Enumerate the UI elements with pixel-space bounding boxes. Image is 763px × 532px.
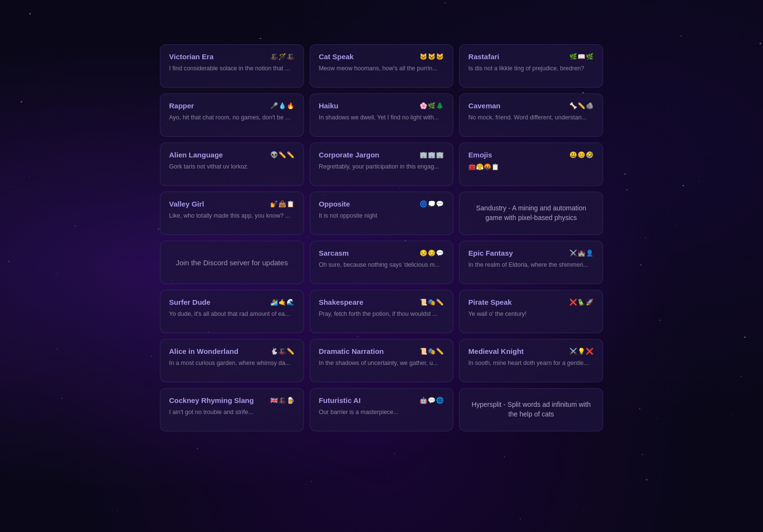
card-title: Futuristic AI <box>319 396 361 404</box>
card-desc: Yo dude, it's all about that rad amount … <box>169 310 295 319</box>
card-title: Alien Language <box>169 151 223 159</box>
card-medieval-knight[interactable]: Medieval Knight⚔️💡❌In sooth, mine heart … <box>459 339 603 382</box>
cards-grid: Victorian Era🎩🪄🎩I find considerable sola… <box>160 44 603 431</box>
card-desc: In the shadows of uncertainty, we gather… <box>319 359 445 368</box>
card-special-text: Join the Discord server for updates <box>176 259 288 267</box>
card-icons: 📜🎭✏️ <box>420 298 444 306</box>
card-discord[interactable]: Join the Discord server for updates <box>160 241 304 284</box>
card-desc: Is dis not a likkle ting of prejudice, b… <box>468 65 594 73</box>
card-dramatic-narration[interactable]: Dramatic Narration📜🎭✏️In the shadows of … <box>310 339 454 382</box>
card-title: Dramatic Narration <box>319 347 384 355</box>
card-title: Sarcasm <box>319 249 349 257</box>
card-icons: 🎩🪄🎩 <box>270 53 295 60</box>
card-title: Cockney Rhyming Slang <box>169 396 254 404</box>
card-desc: Ye wall o' the century! <box>468 310 594 319</box>
card-cockney-rhyming-slang[interactable]: Cockney Rhyming Slang🇬🇧🎩🍺I ain't got no … <box>160 388 304 431</box>
card-title: Epic Fantasy <box>468 249 513 257</box>
card-icons: 🤖💬🌐 <box>420 397 444 404</box>
card-opposite[interactable]: Opposite🌀💭💬It is not opposite night <box>310 192 454 235</box>
card-victorian-era[interactable]: Victorian Era🎩🪄🎩I find considerable sola… <box>160 44 304 88</box>
card-desc: In a most curious garden, where whimsy d… <box>169 359 295 368</box>
card-desc: Like, who totally made this app, you kno… <box>169 212 295 221</box>
card-title: Caveman <box>468 102 500 110</box>
card-emojis[interactable]: Emojis😃😊🤣🧰😤🤬📋 <box>459 143 603 186</box>
card-special-text: Sandustry - A mining and automation game… <box>468 204 594 222</box>
card-haiku[interactable]: Haiku🌸🌿🌲In shadows we dwell, Yet I find … <box>310 93 454 137</box>
card-icons: 🌸🌿🌲 <box>420 102 444 109</box>
card-desc: I ain't got no trouble and strife... <box>169 408 295 417</box>
card-sandustry-ad[interactable]: Sandustry - A mining and automation game… <box>459 192 603 235</box>
card-desc: Ayo, hit that chat room, no games, don't… <box>169 114 295 122</box>
card-icons: 🏢🏢🏢 <box>420 151 444 158</box>
card-special-text: Hypersplit - Split words ad infinitum wi… <box>468 400 594 419</box>
card-desc: Our barrier is a masterpiece... <box>319 408 445 417</box>
card-title: Opposite <box>319 200 350 208</box>
page-header <box>160 0 603 44</box>
card-sarcasm[interactable]: Sarcasm😒😏💬Oh sure, because nothing says … <box>310 241 454 284</box>
card-icons: 🌀💭💬 <box>420 200 444 208</box>
card-corporate-jargon[interactable]: Corporate Jargon🏢🏢🏢Regrettably, your par… <box>310 143 454 186</box>
card-icons: 😃😊🤣 <box>569 151 594 158</box>
card-desc: In sooth, mine heart doth yearn for a ge… <box>468 359 594 368</box>
card-alice-in-wonderland[interactable]: Alice in Wonderland🐇🎩✏️In a most curious… <box>160 339 304 382</box>
card-icons: ⚔️🏰👤 <box>569 249 594 257</box>
card-caveman[interactable]: Caveman🦴✏️🪨No mock, friend. Word differe… <box>459 93 603 137</box>
card-valley-girl[interactable]: Valley Girl💅👜📋Like, who totally made thi… <box>160 192 304 235</box>
card-title: Medieval Knight <box>468 347 524 355</box>
card-title: Haiku <box>319 102 339 110</box>
card-icons: 🐇🎩✏️ <box>270 348 295 355</box>
card-desc: In shadows we dwell, Yet I find no light… <box>319 114 445 122</box>
card-rastafari[interactable]: Rastafari🌿📖🌿Is dis not a likkle ting of … <box>459 44 603 88</box>
card-desc: I find considerable solace in the notion… <box>169 65 295 73</box>
card-rapper[interactable]: Rapper🎤💧🔥Ayo, hit that chat room, no gam… <box>160 93 304 137</box>
card-icons: ❌🦜🚀 <box>569 298 594 306</box>
card-icons: 💅👜📋 <box>270 200 295 208</box>
card-surfer-dude[interactable]: Surfer Dude🏄🤙🌊Yo dude, it's all about th… <box>160 290 304 333</box>
card-icons: ⚔️💡❌ <box>569 348 594 355</box>
card-futuristic-ai[interactable]: Futuristic AI🤖💬🌐Our barrier is a masterp… <box>310 388 454 431</box>
card-desc: Meow meow hoomans, how's all the purrin.… <box>319 65 445 73</box>
card-desc: No mock, friend. Word different, underst… <box>468 114 594 122</box>
card-title: Valley Girl <box>169 200 204 208</box>
card-icons: 🎤💧🔥 <box>270 102 295 109</box>
card-pirate-speak[interactable]: Pirate Speak❌🦜🚀Ye wall o' the century! <box>459 290 603 333</box>
card-desc: Pray, fetch forth the potion, if thou wo… <box>319 310 445 319</box>
card-desc: Oh sure, because nothing says 'delicious… <box>319 261 445 270</box>
card-title: Alice in Wonderland <box>169 347 238 355</box>
card-icons: 📜🎭✏️ <box>420 348 444 355</box>
card-alien-language[interactable]: Alien Language👽✏️✏️Gork taris not vithat… <box>160 143 304 186</box>
card-title: Emojis <box>468 151 492 159</box>
card-desc: It is not opposite night <box>319 212 445 221</box>
card-desc: Gork taris not vithat uv lorkoz. <box>169 163 295 171</box>
card-icons: 😒😏💬 <box>420 249 444 257</box>
card-desc: 🧰😤🤬📋 <box>468 163 594 171</box>
card-hypersplit-ad[interactable]: Hypersplit - Split words ad infinitum wi… <box>459 388 603 431</box>
card-title: Rastafari <box>468 52 499 61</box>
card-icons: 🌿📖🌿 <box>569 53 594 60</box>
card-shakespeare[interactable]: Shakespeare📜🎭✏️Pray, fetch forth the pot… <box>310 290 454 333</box>
card-icons: 🏄🤙🌊 <box>270 298 295 306</box>
card-title: Corporate Jargon <box>319 151 380 159</box>
card-icons: 🐱🐱🐱 <box>420 53 444 60</box>
card-title: Pirate Speak <box>468 298 512 306</box>
card-title: Rapper <box>169 102 194 110</box>
card-icons: 🇬🇧🎩🍺 <box>270 397 295 404</box>
card-epic-fantasy[interactable]: Epic Fantasy⚔️🏰👤In the realm of Eldoria,… <box>459 241 603 284</box>
card-cat-speak[interactable]: Cat Speak🐱🐱🐱Meow meow hoomans, how's all… <box>310 44 454 88</box>
card-title: Victorian Era <box>169 52 213 61</box>
card-title: Shakespeare <box>319 298 364 306</box>
card-icons: 🦴✏️🪨 <box>569 102 594 109</box>
card-title: Surfer Dude <box>169 298 210 306</box>
card-title: Cat Speak <box>319 52 354 61</box>
card-icons: 👽✏️✏️ <box>270 151 295 158</box>
card-desc: In the realm of Eldoria, where the shimm… <box>468 261 594 270</box>
card-desc: Regrettably, your participation in this … <box>319 163 445 171</box>
